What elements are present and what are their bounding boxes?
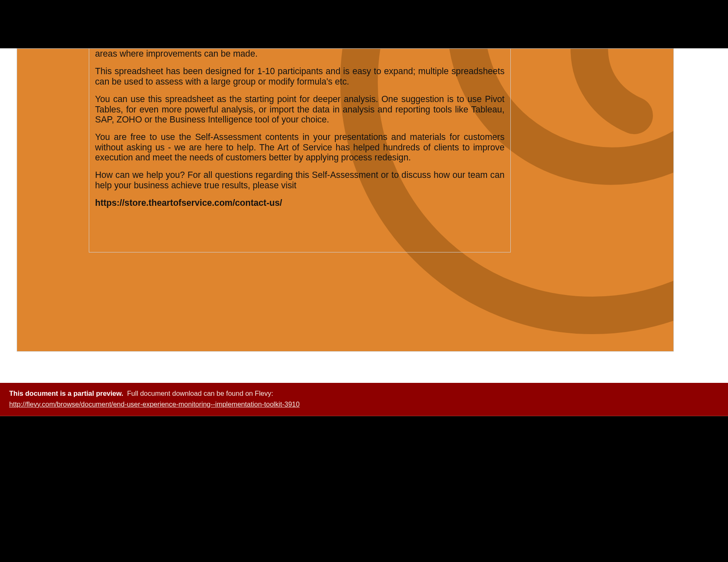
page-white-area: areas where improvements can be made. Th…	[0, 48, 728, 383]
preview-notice-bar: This document is a partial preview. Full…	[0, 383, 728, 416]
contact-url: https://store.theartofservice.com/contac…	[95, 198, 505, 208]
preview-lead: This document is a partial preview.	[9, 390, 123, 397]
preview-rest: Full document download can be found on F…	[127, 390, 273, 397]
body-paragraph-3: You can use this spreadsheet as the star…	[95, 94, 505, 125]
body-paragraph-1: areas where improvements can be made.	[95, 49, 505, 59]
body-paragraph-5: How can we help you? For all questions r…	[95, 170, 505, 190]
preview-link[interactable]: http://flevy.com/browse/document/end-use…	[9, 400, 300, 408]
body-paragraph-4: You are free to use the Self-Assessment …	[95, 132, 505, 162]
body-text-box: areas where improvements can be made. Th…	[89, 49, 511, 252]
body-paragraph-2: This spreadsheet has been designed for 1…	[95, 66, 505, 87]
slide-canvas: areas where improvements can be made. Th…	[17, 48, 674, 352]
